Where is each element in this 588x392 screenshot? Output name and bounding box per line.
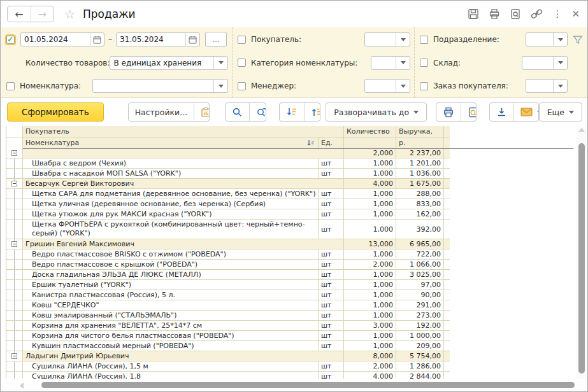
chevron-down-icon[interactable] [396, 80, 410, 92]
filter-funnel-icon[interactable] [573, 35, 583, 47]
group-row[interactable]: Гришин Евгений Максимович13,0006 965,00 [6, 239, 450, 249]
collapse-group-toggle[interactable] [11, 150, 17, 156]
unit-cell[interactable]: шт [319, 361, 344, 371]
quantity-cell[interactable]: 1,000 [344, 280, 396, 290]
chevron-down-icon[interactable] [553, 80, 567, 92]
unit-cell[interactable]: шт [319, 341, 344, 351]
horizontal-scrollbar[interactable] [6, 381, 577, 389]
quantity-cell[interactable]: 1,000 [344, 341, 396, 351]
nomenclature-cell[interactable]: Корзина для хранения "ВЕЛЕТТА", 25*14*7 … [23, 321, 319, 330]
group-row[interactable]: 2,0002 237,00 [6, 148, 450, 158]
unit-cell[interactable]: шт [319, 189, 344, 199]
nomenclature-cell[interactable]: Сушилка ЛИАНА (Россия), 1,5 м [23, 361, 319, 371]
unit-cell[interactable]: шт [319, 249, 344, 259]
period-checkbox[interactable] [6, 36, 15, 44]
buyer-name-cell[interactable]: Бесарчук Сергей Викторович [23, 179, 344, 188]
quantity-cell[interactable]: 1,000 [344, 270, 396, 279]
nomenclature-cell[interactable]: Щетка САРА для подметания (деревянное ос… [23, 189, 319, 199]
revenue-cell[interactable]: 1 000,00 [396, 331, 444, 340]
send-mail-button[interactable] [513, 103, 538, 121]
revenue-cell[interactable]: 1 036,00 [396, 169, 444, 178]
calendar-icon[interactable] [185, 33, 199, 46]
chevron-down-icon[interactable] [213, 80, 227, 92]
header-nomenclature[interactable]: Номенклатура [23, 137, 319, 148]
revenue-cell[interactable]: 1 066,00 [396, 260, 444, 269]
chevron-down-icon[interactable] [213, 57, 227, 69]
item-row[interactable]: Ведро пластмассовое BRISKO с отжимом ("P… [6, 249, 450, 260]
buyer-name-cell[interactable] [23, 148, 344, 158]
header-unit[interactable]: Ед. [319, 137, 344, 148]
quantity-cell[interactable]: 1,000 [344, 199, 396, 209]
more-button[interactable]: Еще [539, 102, 582, 122]
quantity-cell[interactable]: 1,000 [344, 220, 396, 239]
quantity-cell[interactable]: 1,000 [344, 209, 396, 219]
horizontal-scroll-thumb[interactable] [41, 382, 575, 388]
nomenclature-cell[interactable]: Ковш "СЕРДЕЧКО" [23, 300, 319, 310]
search-reset-button[interactable] [249, 103, 266, 121]
revenue-cell[interactable]: 209,00 [396, 341, 444, 351]
quantity-cell[interactable]: 13,000 [344, 239, 396, 249]
item-row[interactable]: Щетка САРА для подметания (деревянное ос… [6, 189, 450, 199]
revenue-cell[interactable]: 2 237,00 [396, 148, 444, 158]
revenue-cell[interactable]: 833,00 [396, 199, 444, 209]
manager-value[interactable] [365, 81, 396, 90]
header-quantity[interactable]: Количество [344, 126, 396, 137]
generate-button[interactable]: Сформировать [7, 102, 104, 122]
unit-cell[interactable]: шт [319, 270, 344, 279]
nomenclature-cell[interactable]: Кувшин пластмассовый мерный ("POBEDA") [23, 341, 319, 351]
nomenclature-value[interactable] [93, 81, 213, 90]
collapse-group-toggle[interactable] [11, 241, 17, 247]
save-icon[interactable] [468, 8, 479, 20]
quantity-cell[interactable]: 2,000 [344, 260, 396, 269]
unit-cell[interactable]: шт [319, 199, 344, 209]
quantity-cell[interactable]: 4,000 [344, 179, 396, 188]
collapse-group-toggle[interactable] [11, 353, 17, 359]
header-revenue[interactable]: Выручка, [396, 126, 444, 137]
manager-checkbox[interactable] [238, 82, 246, 90]
header-revenue-2[interactable]: р. [396, 137, 444, 148]
category-checkbox[interactable] [238, 59, 246, 67]
unit-cell[interactable]: шт [319, 290, 344, 300]
customer-order-value[interactable] [526, 81, 553, 90]
expand-to-button[interactable]: Разворачивать до [326, 102, 427, 122]
scroll-left-arrow-icon[interactable] [20, 382, 24, 389]
revenue-cell[interactable]: 1 286,00 [396, 361, 444, 371]
period-from-input[interactable] [21, 35, 90, 44]
quantity-cell[interactable]: 1,000 [344, 331, 396, 340]
nomenclature-checkbox[interactable] [6, 82, 15, 90]
item-row[interactable]: Швабра с насадкой МОП SALSA ("YORK")шт1,… [6, 169, 450, 179]
nomenclature-cell[interactable]: Канистра пластмассовая (Россия), 5 л. [23, 290, 319, 300]
item-row[interactable]: Кувшин пластмассовый мерный ("POBEDA")шт… [6, 341, 450, 351]
unit-cell[interactable]: шт [319, 331, 344, 340]
item-row[interactable]: Ковш эмалированный ("СТАЛЬЭМАЛЬ")шт1,000… [6, 311, 450, 321]
nomenclature-cell[interactable]: Ершик туалетный ("YORK") [23, 280, 319, 290]
quantity-cell[interactable]: 1,000 [344, 290, 396, 300]
item-row[interactable]: Ковш "СЕРДЕЧКО"шт1,000291,00 [6, 300, 450, 311]
revenue-cell[interactable]: 3 025,00 [396, 270, 444, 279]
nomenclature-cell[interactable]: Щетка утюжок для рук МАКСИ красная ("YOR… [23, 209, 319, 219]
item-row[interactable]: Сушилка ЛИАНА (Россия), 1,5 мшт2,0001 28… [6, 361, 450, 372]
nomenclature-cell[interactable]: Корзина для чистого белья пластмассовая … [23, 331, 319, 340]
category-value[interactable] [371, 59, 396, 67]
quantity-mode-value[interactable] [110, 59, 213, 67]
sort-ascending-button[interactable] [304, 103, 320, 121]
more-vertical-icon[interactable]: ⋮ [552, 8, 562, 20]
report-variants-button[interactable] [194, 103, 210, 121]
vertical-scroll-thumb[interactable] [578, 143, 585, 374]
department-checkbox[interactable] [420, 36, 428, 44]
chevron-down-icon[interactable] [553, 57, 567, 69]
quantity-cell[interactable]: 1,000 [344, 169, 396, 178]
chevron-down-icon[interactable] [396, 57, 410, 69]
revenue-cell[interactable]: 162,00 [396, 209, 444, 219]
group-row[interactable]: Бесарчук Сергей Викторович4,0001 675,00 [6, 179, 450, 189]
warehouse-checkbox[interactable] [420, 59, 428, 67]
quantity-cell[interactable]: 1,000 [344, 158, 396, 168]
item-row[interactable]: Ведро пластмассовое с крышкой ("POBEDA")… [6, 260, 450, 270]
revenue-cell[interactable]: 722,00 [396, 249, 444, 259]
revenue-cell[interactable]: 291,00 [396, 300, 444, 310]
item-row[interactable]: Канистра пластмассовая (Россия), 5 л.шт1… [6, 290, 450, 300]
collapse-group-toggle[interactable] [11, 181, 17, 186]
unit-cell[interactable]: шт [319, 209, 344, 219]
nomenclature-cell[interactable]: Швабра с насадкой МОП SALSA ("YORK") [23, 169, 319, 178]
nomenclature-cell[interactable]: Ковш эмалированный ("СТАЛЬЭМАЛЬ") [23, 311, 319, 320]
